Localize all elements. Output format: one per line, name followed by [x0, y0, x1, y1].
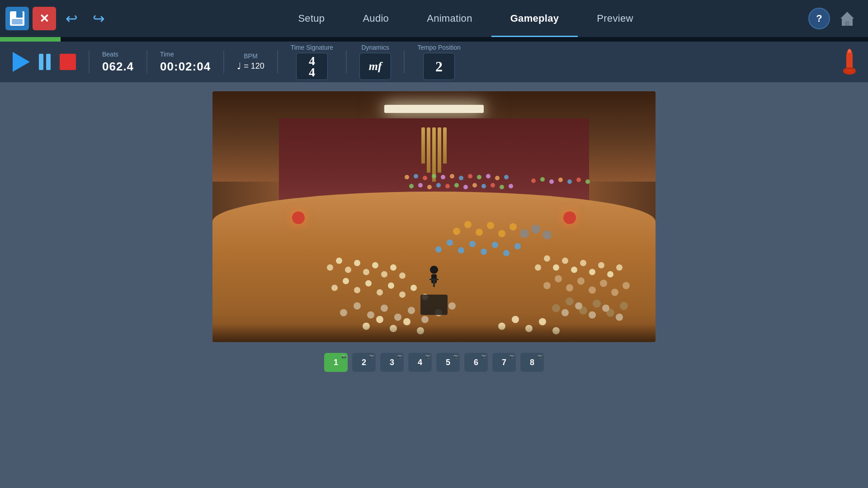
svg-point-55 [623, 282, 630, 289]
time-sig-box[interactable]: 4 4 [296, 53, 328, 80]
orchestra-viewport [212, 91, 656, 342]
svg-point-32 [540, 177, 545, 182]
svg-point-47 [616, 264, 623, 271]
svg-point-20 [418, 183, 423, 188]
transport-divider-5 [346, 51, 347, 73]
svg-point-65 [354, 260, 360, 266]
camera-icon: 📷 [425, 354, 430, 359]
camera-2-button[interactable]: 2 📷 [352, 353, 376, 372]
svg-point-36 [576, 178, 581, 182]
home-button[interactable] [835, 7, 859, 30]
svg-point-23 [445, 184, 450, 188]
save-button[interactable] [5, 7, 29, 30]
svg-point-91 [589, 311, 596, 319]
svg-point-33 [549, 179, 554, 184]
dynamics-value: mf [369, 60, 382, 73]
undo-icon: ↩ [66, 10, 78, 27]
svg-point-50 [566, 284, 573, 291]
svg-point-56 [552, 304, 560, 312]
svg-point-85 [408, 307, 415, 314]
svg-point-80 [340, 309, 347, 316]
stop-button[interactable] [60, 54, 76, 70]
svg-point-13 [459, 176, 463, 180]
svg-point-72 [343, 278, 349, 284]
svg-point-59 [593, 300, 601, 308]
svg-point-105 [487, 222, 494, 229]
home-icon [838, 9, 856, 28]
svg-point-69 [390, 264, 396, 271]
svg-point-97 [469, 241, 476, 247]
time-sig-value: 4 4 [309, 55, 315, 78]
svg-point-92 [602, 305, 609, 312]
svg-point-18 [504, 175, 509, 179]
camera-6-button[interactable]: 6 📷 [464, 353, 488, 372]
svg-point-16 [486, 174, 491, 178]
camera-4-button[interactable]: 4 📷 [408, 353, 432, 372]
svg-point-9 [423, 176, 427, 180]
svg-point-102 [453, 228, 460, 235]
svg-point-86 [421, 316, 429, 323]
svg-point-68 [381, 271, 387, 277]
svg-point-21 [427, 185, 432, 189]
close-button[interactable]: ✕ [33, 7, 56, 30]
camera-7-button[interactable]: 7 📷 [492, 353, 516, 372]
undo-button[interactable]: ↩ [60, 7, 83, 30]
camera-8-button[interactable]: 8 📷 [520, 353, 544, 372]
svg-point-12 [450, 174, 454, 178]
svg-point-24 [454, 183, 459, 188]
svg-point-103 [464, 221, 472, 228]
svg-point-5 [848, 49, 851, 53]
transport-divider-2 [146, 51, 147, 73]
tab-gameplay[interactable]: Gameplay [491, 0, 578, 37]
svg-point-98 [481, 249, 487, 255]
svg-point-30 [509, 184, 513, 188]
svg-point-94 [435, 246, 442, 253]
tab-audio[interactable]: Audio [344, 0, 408, 37]
beats-label: Beats [102, 51, 118, 58]
camera-5-button[interactable]: 5 📷 [436, 353, 460, 372]
svg-point-95 [447, 239, 453, 246]
top-nav-bar: ✕ ↩ ↪ Setup Audio Animation Gameplay Pre… [0, 0, 868, 37]
svg-point-27 [481, 184, 486, 188]
tempo-pos-value: 2 [435, 58, 443, 75]
svg-point-44 [589, 269, 595, 275]
svg-rect-114 [433, 280, 435, 287]
svg-point-110 [542, 230, 552, 239]
camera-3-button[interactable]: 3 📷 [380, 353, 404, 372]
tab-setup[interactable]: Setup [279, 0, 344, 37]
bpm-label: BPM [244, 52, 257, 60]
svg-point-83 [381, 305, 388, 312]
tempo-pos-box[interactable]: 2 [423, 53, 455, 80]
camera-icon: 📷 [509, 354, 514, 359]
svg-point-81 [354, 302, 361, 310]
dynamics-group: Dynamics mf [359, 44, 391, 80]
svg-point-101 [514, 243, 521, 249]
svg-point-29 [500, 185, 504, 189]
redo-button[interactable]: ↪ [87, 7, 110, 30]
help-button[interactable]: ? [808, 8, 830, 29]
svg-point-109 [531, 225, 540, 234]
pause-button[interactable] [39, 54, 51, 70]
svg-point-49 [555, 275, 562, 282]
svg-point-111 [430, 266, 438, 274]
svg-point-74 [365, 280, 372, 286]
transport-bar: Beats 062.4 Time 00:02:04 BPM ♩ = 120 Ti… [0, 42, 868, 82]
svg-point-10 [432, 174, 436, 178]
svg-point-108 [520, 229, 529, 238]
time-label: Time [160, 51, 174, 58]
play-button[interactable] [9, 52, 30, 72]
svg-point-54 [611, 289, 618, 296]
transport-divider-6 [404, 51, 405, 73]
camera-icon: 📷 [453, 354, 458, 359]
tab-animation[interactable]: Animation [408, 0, 491, 37]
svg-point-43 [580, 260, 586, 266]
svg-point-77 [399, 291, 406, 298]
tab-preview[interactable]: Preview [578, 0, 652, 37]
svg-rect-1 [845, 21, 849, 26]
dynamics-box[interactable]: mf [359, 53, 391, 80]
svg-point-71 [331, 285, 338, 291]
svg-point-107 [509, 223, 517, 230]
camera-1-button[interactable]: 1 📷 [324, 353, 348, 372]
camera-icon: 📷 [481, 354, 486, 359]
svg-point-40 [553, 264, 559, 271]
